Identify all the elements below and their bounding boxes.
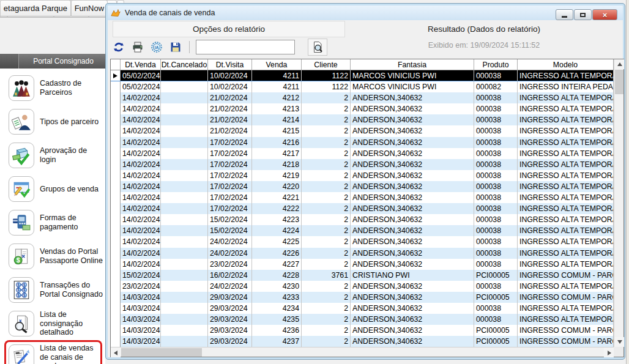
horizontal-scrollbar[interactable] [111, 347, 614, 357]
tab-resultado-dados-do-relatorio[interactable]: Resultado (Dados do relatório) [347, 21, 621, 37]
cell: 14/02/2024 [121, 125, 161, 136]
cell: PCI00005 [474, 270, 518, 281]
column-header-dt-venda[interactable]: Dt.Venda [121, 59, 161, 70]
tab-funnow[interactable]: FunNow [71, 0, 108, 17]
tab-etaguarda-parque[interactable]: etaguarda Parque [0, 0, 71, 17]
cell: 14/02/2024 [121, 192, 161, 203]
column-header-dt-visita[interactable]: Dt.Visita [208, 59, 252, 70]
cell: 21/02/2024 [208, 92, 252, 103]
sidebar-item-grupos-de-venda[interactable]: Grupos de venda [6, 174, 105, 204]
refresh-button[interactable] [111, 40, 126, 54]
cell: ANDERSON,340632 [351, 248, 474, 259]
table-row[interactable]: 14/02/202421/02/202442152ANDERSON,340632… [111, 125, 614, 136]
sidebar-item-tipos-de-parceiro[interactable]: Tipos de parceiro [6, 106, 105, 137]
ia-report-button[interactable]: IA [149, 40, 164, 54]
table-row[interactable]: 14/03/202429/03/202442342ANDERSON,340632… [111, 303, 614, 314]
sidebar-item-label: Vendas do Portal Passaporte Online [40, 247, 103, 266]
column-header-cliente[interactable]: Cliente [302, 59, 351, 70]
portal-consignado-bar[interactable]: Portal Consignado [0, 54, 108, 69]
cell [161, 125, 208, 136]
table-row[interactable]: 14/02/202417/02/202442182ANDERSON,340632… [111, 159, 614, 170]
vertical-scrollbar[interactable] [614, 59, 623, 347]
scroll-down-icon[interactable] [614, 337, 624, 347]
cell: INGRESSO ALTA TEMPORAD [518, 236, 614, 247]
column-header-produto[interactable]: Produto [474, 59, 518, 70]
sidebar-item-lista-de-consignacao-detalhado[interactable]: Lista de consignação detalhado [6, 308, 105, 339]
sidebar-item-formas-de-pagamento[interactable]: Formas de pagamento [6, 207, 105, 238]
column-header-venda[interactable]: Venda [252, 59, 302, 70]
cell: INGRESSO ALTA TEMPORAD [518, 103, 614, 114]
table-row[interactable]: 14/02/202421/02/202442142ANDERSON,340632… [111, 114, 614, 125]
table-row[interactable]: 14/02/202421/02/202442122ANDERSON,340632… [111, 92, 614, 103]
table-row[interactable]: 14/03/202429/03/202442332ANDERSON,340632… [111, 292, 614, 303]
preview-report-button[interactable] [308, 39, 327, 56]
row-selector [111, 148, 121, 159]
cell: 000038 [474, 159, 518, 170]
cell: 05/02/2024 [121, 81, 161, 92]
sidebar-item-vendas-do-portal-passaporte-online[interactable]: $Vendas do Portal Passaporte Online [6, 241, 105, 272]
table-row[interactable]: 05/02/202410/02/202442111122MARCOS VINIC… [111, 81, 614, 92]
row-selector [111, 70, 121, 81]
sidebar-item-label: Transações do Portal Consignado [40, 281, 103, 299]
table-row[interactable]: 15/02/202416/02/202442283761CRISTIANO PW… [111, 270, 614, 281]
row-selector [111, 270, 121, 281]
table-row[interactable]: 14/02/202417/02/202442202ANDERSON,340632… [111, 181, 614, 192]
tab-opcoes-do-relatorio[interactable]: Opções do relatório [113, 21, 345, 37]
table-row[interactable]: 14/02/202424/02/202442252ANDERSON,340632… [111, 236, 614, 247]
sidebar-item-aprovacao-de-login[interactable]: Aprovação de login [6, 140, 105, 171]
scroll-left-icon[interactable] [111, 347, 121, 357]
cell: 24/02/2024 [208, 281, 252, 292]
restore-button[interactable] [574, 9, 592, 20]
payment-methods-icon [9, 210, 34, 236]
cell: 14/03/2024 [121, 303, 161, 314]
table-row[interactable]: 14/02/202417/02/202442222ANDERSON,340632… [111, 203, 614, 214]
table-row[interactable]: 14/03/202429/03/202442372ANDERSON,340632… [111, 336, 614, 347]
sidebar-item-lista-de-vendas-de-canais-de-venda[interactable]: Lista de vendas de canais de venda [6, 342, 100, 364]
cell: 4233 [252, 292, 302, 303]
cell: INGRESSO ALTA TEMPORAD [518, 248, 614, 259]
table-row[interactable]: 05/02/202410/02/202442111122MARCOS VINIC… [111, 70, 614, 81]
cell: 2 [302, 125, 351, 136]
column-header-fantasia[interactable]: Fantasia [351, 59, 474, 70]
close-button[interactable]: × [592, 9, 617, 20]
table-row[interactable]: 14/02/202417/02/202442162ANDERSON,340632… [111, 137, 614, 148]
scroll-up-icon[interactable] [614, 59, 624, 69]
table-row[interactable]: 14/02/202417/02/202442172ANDERSON,340632… [111, 148, 614, 159]
cell: 17/02/2024 [208, 203, 252, 214]
save-button[interactable] [168, 40, 183, 54]
table-row[interactable]: 14/02/202424/02/202442262ANDERSON,340632… [111, 248, 614, 259]
cell: 2 [302, 248, 351, 259]
table-row[interactable]: 14/02/202421/02/202442132ANDERSON,340632… [111, 103, 614, 114]
table-row[interactable]: 14/02/202417/02/202442192ANDERSON,340632… [111, 170, 614, 181]
table-row[interactable]: 14/03/202429/03/202442352ANDERSON,340632… [111, 314, 614, 325]
table-row[interactable]: 14/02/202415/02/202442242ANDERSON,340632… [111, 225, 614, 236]
table-row[interactable]: 14/03/202429/03/202442362ANDERSON,340632… [111, 325, 614, 336]
table-row[interactable]: 14/02/202415/02/202442232ANDERSON,340632… [111, 214, 614, 225]
svg-text:IA: IA [155, 45, 159, 50]
column-header-modelo[interactable]: Modelo [518, 59, 614, 70]
cell: 4226 [252, 248, 302, 259]
scroll-right-icon[interactable] [604, 347, 614, 357]
vertical-scroll-thumb[interactable] [615, 70, 623, 94]
sidebar-item-cadastro-de-parceiros[interactable]: Cadastro de Parceiros [6, 73, 105, 103]
table-row[interactable]: 14/02/202423/02/202442272ANDERSON,340632… [111, 259, 614, 270]
cell [161, 314, 208, 325]
table-row[interactable]: 23/02/202424/02/202442302ANDERSON,340632… [111, 281, 614, 292]
sidebar-item-transacoes-do-portal-consignado[interactable]: $$$$$$Transações do Portal Consignado [6, 275, 105, 305]
window-titlebar[interactable]: Venda de canais de venda × [108, 6, 623, 20]
cell: ANDERSON,340632 [351, 292, 474, 303]
cell: 17/02/2024 [208, 137, 252, 148]
column-header-dt-cancelado[interactable]: Dt.Cancelado [161, 59, 208, 70]
cell: INGRESSO COMUM - PARCE [518, 270, 614, 281]
minimize-button[interactable] [556, 9, 573, 20]
table-row[interactable]: 14/02/202417/02/202442212ANDERSON,340632… [111, 192, 614, 203]
cell: 17/02/2024 [208, 148, 252, 159]
column-header-gutter[interactable] [111, 59, 121, 70]
portal-bar-segment [0, 54, 19, 69]
report-filter-input[interactable] [196, 40, 295, 54]
print-button[interactable] [130, 40, 145, 54]
cell: 000038 [474, 314, 518, 325]
horizontal-scroll-thumb[interactable] [121, 348, 202, 357]
cell: 29/03/2024 [208, 292, 252, 303]
cell: ANDERSON,340632 [351, 314, 474, 325]
